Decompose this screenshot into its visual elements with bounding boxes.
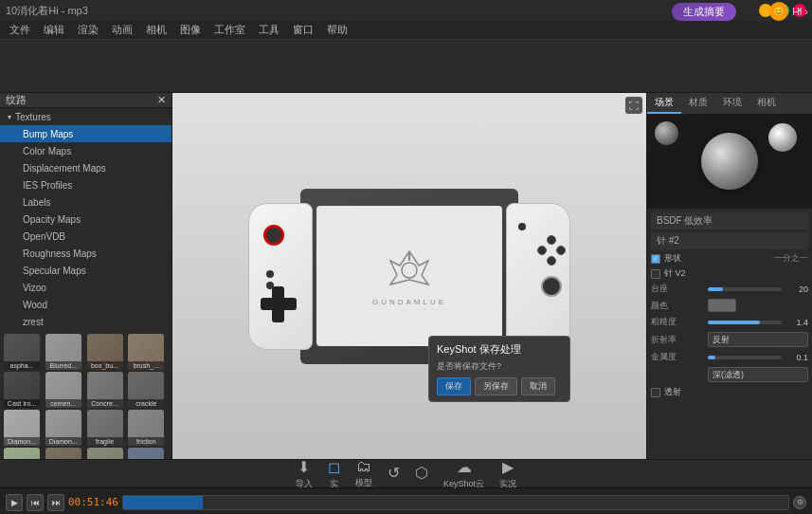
material-thumb[interactable]: Diamon... (4, 410, 40, 446)
material-thumb[interactable]: hocke... (128, 448, 164, 459)
needles-header[interactable]: 针 #2 (651, 232, 808, 249)
keyshot-icon-实况[interactable]: ▶实况 (499, 458, 516, 490)
cancel-btn[interactable]: 取消 (521, 377, 555, 395)
menu-item-渲染[interactable]: 渲染 (72, 21, 104, 39)
viewport[interactable]: GUNDAMLUE KeyShot 保存处理 是否将保存文件? (172, 93, 646, 459)
preview-sphere-flat (655, 121, 678, 145)
material-thumb[interactable]: brush_... (128, 334, 164, 370)
transmit-checkbox[interactable] (651, 388, 660, 397)
tree-item-bump-maps[interactable]: Bump Maps (0, 125, 171, 142)
menu-item-工具[interactable]: 工具 (253, 21, 285, 39)
keyshot-icon-symbol: ▶ (502, 458, 514, 476)
roughness-row: 粗糙度 1.4 (651, 316, 808, 328)
material-thumb[interactable]: Concre... (87, 372, 123, 408)
tree-item-displacement-maps[interactable]: Displacement Maps (0, 159, 171, 176)
menu-item-相机[interactable]: 相机 (140, 21, 172, 39)
hi-text: Hi › (792, 6, 808, 17)
preview-sphere-small (768, 123, 797, 152)
save-btn[interactable]: 保存 (437, 377, 471, 395)
tree-item-specular-maps[interactable]: Specular Maps (0, 262, 171, 279)
keyshot-icon-KeyShot云[interactable]: ☁KeyShot云 (443, 458, 484, 490)
menu-item-图像[interactable]: 图像 (174, 21, 207, 39)
material-type-header[interactable]: BSDF 低效率 (651, 212, 808, 229)
tree-item-opacity-maps[interactable]: Opacity Maps (0, 211, 171, 228)
menu-item-工作室[interactable]: 工作室 (208, 21, 251, 39)
keyshot-icon-实[interactable]: ◻实 (328, 458, 340, 490)
timeline-icons: ⚙ (793, 496, 806, 509)
transmit-dropdown[interactable]: 深(滤透) (708, 367, 808, 382)
material-thumb[interactable]: Cast Iro... (4, 372, 40, 408)
material-thumb[interactable]: herring... (87, 448, 123, 459)
material-thumb[interactable]: Diamon... (45, 410, 81, 446)
material-thumb[interactable]: aspha... (4, 334, 40, 370)
left-panel: 纹路 ✕ ▾TexturesBump MapsColor MapsDisplac… (0, 93, 172, 459)
main-layout: 纹路 ✕ ▾TexturesBump MapsColor MapsDisplac… (0, 93, 812, 459)
tree-item-textures[interactable]: ▾Textures (0, 108, 171, 125)
menu-item-编辑[interactable]: 编辑 (38, 21, 70, 39)
left-panel-close-icon[interactable]: ✕ (157, 94, 166, 106)
material-thumb[interactable]: Gravel ... (45, 448, 81, 459)
tree-item-vizoo[interactable]: Vizoo (0, 279, 171, 296)
material-thumb[interactable]: crackle (128, 372, 164, 408)
menu-item-帮助[interactable]: 帮助 (321, 21, 353, 39)
material-thumb[interactable]: box_bu... (87, 334, 123, 370)
left-controller (248, 203, 313, 350)
left-panel-header: 纹路 ✕ (0, 93, 171, 108)
viewport-corner-icon[interactable]: ⛶ (625, 97, 642, 114)
timeline-timecode: 00:51:46 (68, 496, 118, 508)
timeline-track[interactable] (122, 495, 789, 510)
subsection-row: 针 V2 (651, 267, 808, 280)
keyshot-icon-导入[interactable]: ⬇导入 (296, 458, 313, 490)
menu-item-窗口[interactable]: 窗口 (287, 21, 319, 39)
tree-item-zrest[interactable]: zrest (0, 313, 171, 330)
avatar[interactable]: 😊 (769, 2, 788, 21)
material-thumb[interactable]: Blurred... (45, 334, 81, 370)
menu-item-文件[interactable]: 文件 (4, 21, 36, 39)
keyshot-icon-模型[interactable]: 🗂模型 (355, 458, 372, 489)
metal-slider[interactable] (708, 356, 782, 359)
tree-item-ies-profiles[interactable]: IES Profiles (0, 176, 171, 193)
right-tab-环境[interactable]: 环境 (715, 93, 749, 114)
taishe-fill (708, 287, 723, 291)
roughness-slider[interactable] (708, 321, 782, 324)
save-as-btn[interactable]: 另保存 (475, 377, 517, 395)
material-thumb[interactable]: fragile (87, 410, 123, 446)
color-label: 颜色 (651, 300, 708, 312)
keyshot-icon-↺[interactable]: ↺ (388, 464, 400, 484)
tree-item-color-maps[interactable]: Color Maps (0, 142, 171, 159)
material-thumb-label: Diamon... (45, 437, 81, 446)
refract-label: 折射率 (651, 334, 708, 346)
tree-item-labels[interactable]: Labels (0, 193, 171, 211)
tree-item-wood[interactable]: Wood (0, 296, 171, 313)
color-picker[interactable] (708, 299, 736, 312)
keyshot-icon-symbol: ☁ (457, 458, 472, 476)
tree-item-roughness-maps[interactable]: Roughness Maps (0, 245, 171, 262)
right-tab-相机[interactable]: 相机 (749, 93, 784, 114)
plus-btn (518, 223, 526, 230)
tree-item-openvdb[interactable]: OpenVDB (0, 228, 171, 245)
play-pause-btn[interactable]: ▶ (6, 494, 23, 511)
material-thumb[interactable]: galvani... (4, 448, 40, 459)
taishe-slider[interactable] (708, 287, 782, 291)
material-thumb[interactable]: cemen... (45, 372, 81, 408)
tree-item-label: Opacity Maps (23, 214, 81, 225)
generate-button[interactable]: 生成摘要 (672, 3, 736, 21)
keyshot-icon-label: 模型 (355, 477, 372, 489)
material-thumb[interactable]: friction (128, 410, 164, 446)
y-button (547, 235, 556, 245)
prev-frame-btn[interactable]: ⏮ (27, 494, 44, 511)
right-tab-场景[interactable]: 场景 (647, 93, 681, 114)
shape-checkbox[interactable]: ✓ (651, 254, 660, 264)
right-tab-材质[interactable]: 材质 (681, 93, 715, 114)
subsection-checkbox[interactable] (651, 269, 660, 279)
timeline: ▶ ⏮ ⏭ 00:51:46 ⚙ (0, 487, 812, 514)
keyshot-icon-label: 实 (330, 478, 338, 490)
keyshot-icon-⬡[interactable]: ⬡ (415, 464, 428, 484)
timeline-settings-icon[interactable]: ⚙ (793, 496, 806, 509)
next-frame-btn[interactable]: ⏭ (47, 494, 64, 511)
menu-item-动画[interactable]: 动画 (106, 21, 138, 39)
refract-dropdown[interactable]: 反射 (708, 332, 808, 347)
refract-mode-label: 反射 (713, 334, 730, 346)
material-thumb-label: cemen... (45, 399, 81, 408)
gundam-logo (386, 247, 433, 294)
